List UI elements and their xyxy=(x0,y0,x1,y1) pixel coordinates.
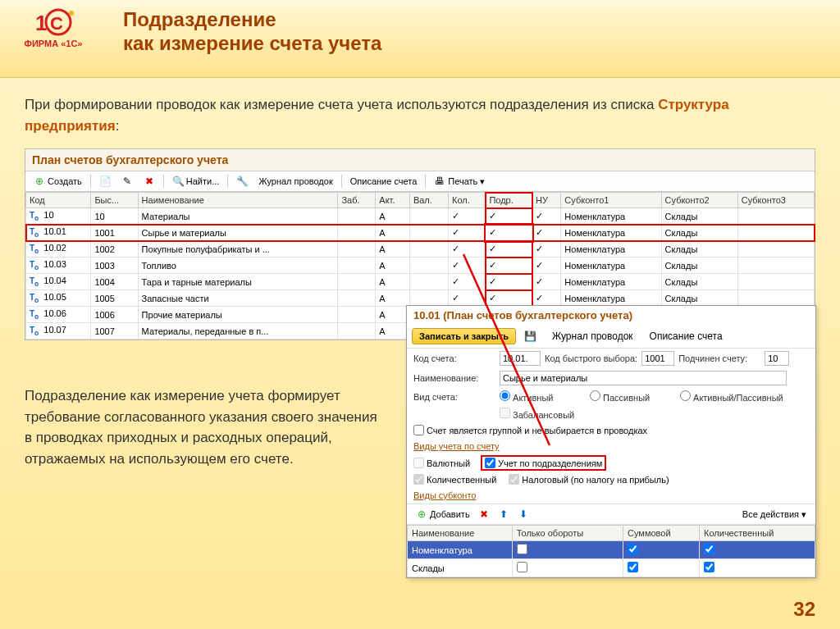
subkonto-section: Виды субконто xyxy=(407,487,815,504)
print-icon: 🖶 xyxy=(434,175,445,187)
col-header[interactable]: Субконто2 xyxy=(661,193,737,208)
parent-label: Подчинен счету: xyxy=(678,353,760,363)
col-header[interactable]: Быс... xyxy=(91,193,138,208)
moveup-button[interactable]: ⬆ xyxy=(494,507,514,522)
description-paragraph: Подразделение как измерение учета формир… xyxy=(25,385,386,469)
sub-col-header[interactable]: Только обороты xyxy=(512,526,623,541)
quantity-cb[interactable]: Количественный xyxy=(413,474,496,485)
plus-icon: ⊕ xyxy=(34,175,45,187)
delete-icon: ✖ xyxy=(478,508,490,520)
sub-col-header[interactable]: Количественный xyxy=(700,526,815,541)
detail-desc-button[interactable]: Описание счета xyxy=(646,329,727,344)
col-header[interactable]: Субконто3 xyxy=(737,193,814,208)
col-header[interactable]: Наименование xyxy=(138,193,338,208)
offbalance-cb[interactable]: Забалансовый xyxy=(500,408,582,420)
code-input[interactable] xyxy=(500,351,541,366)
svg-text:С: С xyxy=(50,13,63,34)
col-header[interactable]: Подр. xyxy=(486,193,532,208)
svg-point-3 xyxy=(69,11,74,16)
name-input[interactable] xyxy=(500,371,787,385)
logo-1c-icon: 1 С xyxy=(29,8,78,37)
print-button[interactable]: 🖶Печать▾ xyxy=(430,174,489,189)
fast-label: Код быстрого выбора: xyxy=(545,353,637,363)
logo: 1 С ФИРМА «1С» xyxy=(16,8,90,48)
table-row[interactable]: Tо 10.021002Покупные полуфабрикаты и ...… xyxy=(26,241,815,258)
pencil-icon: ✎ xyxy=(121,175,133,187)
delete-sub-button[interactable]: ✖ xyxy=(474,507,494,522)
find-button[interactable]: 🔍Найти... xyxy=(168,174,224,189)
subkonto-table[interactable]: НаименованиеТолько оборотыСуммовойКоличе… xyxy=(407,525,815,577)
save-close-button[interactable]: Записать и закрыть xyxy=(412,328,516,344)
plus-icon: ⊕ xyxy=(416,508,427,520)
name-label: Наименование: xyxy=(413,373,495,383)
config-button[interactable]: 🔧 xyxy=(232,174,252,189)
table-row[interactable]: Tо 10.031003ТопливоА✓✓✓НоменклатураСклад… xyxy=(26,258,815,274)
table-row[interactable]: Tо 1010МатериалыА✓✓✓НоменклатураСклады xyxy=(26,208,815,225)
radio-ap[interactable]: Активный/Пассивный xyxy=(680,390,783,403)
logo-brand: ФИРМА «1С» xyxy=(16,39,90,48)
col-header[interactable]: Заб. xyxy=(338,193,376,208)
group-cb[interactable]: Счет является группой и не выбирается в … xyxy=(413,425,647,435)
chevron-down-icon: ▾ xyxy=(480,176,485,187)
svg-text:1: 1 xyxy=(35,11,47,35)
sub-col-header[interactable]: Суммовой xyxy=(623,526,700,541)
radio-active[interactable]: Активный xyxy=(500,390,582,403)
parent-input[interactable] xyxy=(765,351,789,366)
detail-journal-button[interactable]: Журнал проводок xyxy=(548,329,637,344)
disk-icon: 💾 xyxy=(524,330,536,342)
search-icon: 🔍 xyxy=(172,175,184,187)
type-label: Вид счета: xyxy=(413,392,495,402)
col-header[interactable]: Акт. xyxy=(376,193,410,208)
journal-button[interactable]: Журнал проводок xyxy=(254,175,336,188)
col-header[interactable]: Субконто1 xyxy=(561,193,661,208)
table-row[interactable]: Tо 10.041004Тара и тарные материалыА✓✓✓Н… xyxy=(26,274,815,290)
table-row[interactable]: Tо 10.011001Сырье и материалыА✓✓✓Номенкл… xyxy=(26,225,815,241)
edit-button[interactable]: ✎ xyxy=(117,174,137,189)
add-button[interactable]: ⊕Добавить xyxy=(412,507,474,522)
chevron-down-icon: ▾ xyxy=(801,509,806,520)
fast-input[interactable] xyxy=(641,351,674,366)
movedown-button[interactable]: ⬇ xyxy=(514,507,533,522)
detail-title: 10.01 (План счетов бухгалтерского учета) xyxy=(407,306,815,325)
col-header[interactable]: Кол. xyxy=(449,193,486,208)
wrench-icon: 🔧 xyxy=(236,175,248,187)
by-dept-cb[interactable]: Учет по подразделениям xyxy=(485,458,602,468)
all-actions-button[interactable]: Все действия▾ xyxy=(738,508,810,522)
delete-icon: ✖ xyxy=(144,175,155,187)
types-section: Виды учета по счету xyxy=(407,438,815,454)
delete-button[interactable]: ✖ xyxy=(139,174,159,189)
col-header[interactable]: НУ xyxy=(532,193,561,208)
title-line2: как измерение счета учета xyxy=(123,32,381,56)
arrow-down-icon: ⬇ xyxy=(518,508,529,520)
subkonto-row[interactable]: Склады xyxy=(408,559,815,577)
create-button[interactable]: ⊕Создать xyxy=(30,174,86,189)
page-number: 32 xyxy=(793,598,815,621)
table-row[interactable]: Tо 10.051005Запасные частиА✓✓✓Номенклату… xyxy=(26,290,815,307)
sub-col-header[interactable]: Наименование xyxy=(408,526,513,541)
arrow-up-icon: ⬆ xyxy=(498,508,509,520)
currency-cb[interactable]: Валютный xyxy=(413,458,470,468)
intro-text: При формировании проводок как измерение … xyxy=(25,94,815,136)
title-line1: Подразделение xyxy=(123,8,381,32)
copy-icon: 📄 xyxy=(99,175,111,187)
save-button[interactable]: 💾 xyxy=(520,329,540,344)
panel-title: План счетов бухгалтерского учета xyxy=(25,149,815,171)
main-toolbar: ⊕Создать 📄 ✎ ✖ 🔍Найти... 🔧 Журнал провод… xyxy=(25,171,815,192)
description-button[interactable]: Описание счета xyxy=(346,175,422,188)
tax-cb[interactable]: Налоговый (по налогу на прибыль) xyxy=(509,474,669,485)
radio-passive[interactable]: Пассивный xyxy=(590,390,672,403)
subkonto-row[interactable]: Номенклатура xyxy=(408,541,815,559)
code-label: Код счета: xyxy=(413,353,495,363)
account-detail-window: 10.01 (План счетов бухгалтерского учета)… xyxy=(406,305,816,578)
col-header[interactable]: Код xyxy=(26,193,91,208)
copy-button[interactable]: 📄 xyxy=(95,174,115,189)
col-header[interactable]: Вал. xyxy=(409,193,448,208)
